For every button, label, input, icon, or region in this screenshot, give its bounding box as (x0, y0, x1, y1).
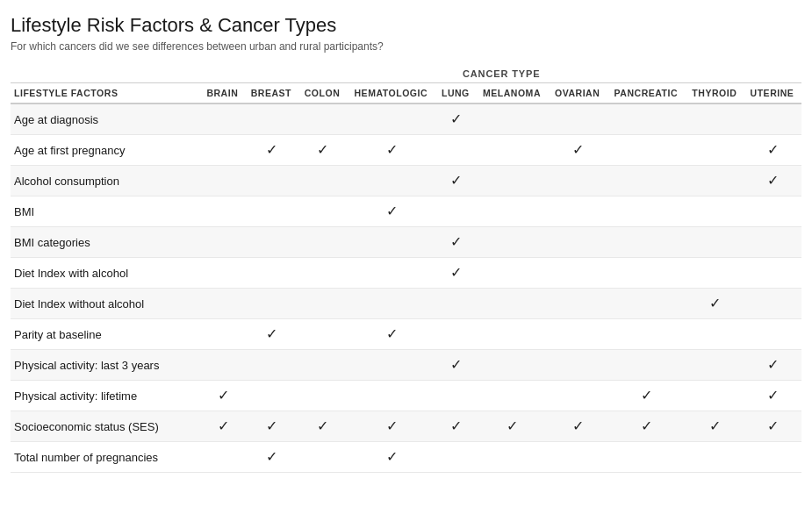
page-subtitle: For which cancers did we see differences… (11, 40, 801, 53)
check-cell (607, 289, 686, 319)
check-icon: ✓ (266, 449, 277, 464)
check-cell (299, 196, 348, 227)
check-icon: ✓ (767, 418, 779, 433)
check-cell (299, 381, 348, 411)
check-cell: ✓ (347, 411, 436, 442)
check-cell (299, 442, 348, 473)
check-cell (347, 289, 436, 319)
table-row: Age at first pregnancy✓✓✓✓✓ (11, 135, 801, 166)
uterine-col-header: UTERINE (744, 83, 801, 104)
check-cell (549, 319, 607, 350)
check-cell (436, 289, 477, 319)
table-row: Total number of pregnancies✓✓ (11, 442, 801, 473)
check-cell (477, 381, 550, 411)
check-cell (299, 227, 348, 258)
check-cell (347, 381, 436, 411)
check-icon: ✓ (450, 418, 462, 433)
factor-col-header: LIFESTYLE FACTORS (11, 83, 201, 104)
check-cell (245, 350, 298, 381)
check-cell: ✓ (436, 166, 477, 196)
factor-name-cell: Diet Index without alcohol (11, 289, 201, 319)
check-cell (201, 442, 245, 473)
check-cell: ✓ (347, 442, 436, 473)
check-cell: ✓ (201, 381, 245, 411)
breast-col-header: BREAST (245, 83, 298, 104)
check-cell: ✓ (744, 350, 801, 381)
check-cell (477, 442, 550, 473)
factor-name-cell: Socioeconomic status (SES) (11, 411, 201, 442)
table-row: Parity at baseline✓✓ (11, 319, 801, 350)
check-cell (549, 166, 607, 196)
check-cell (201, 289, 245, 319)
check-cell (686, 196, 744, 227)
factor-name-cell: Age at first pregnancy (11, 135, 201, 166)
check-icon: ✓ (767, 388, 779, 403)
check-cell: ✓ (549, 135, 607, 166)
check-cell (477, 196, 550, 227)
brain-col-header: BRAIN (201, 83, 245, 104)
check-cell (436, 196, 477, 227)
check-cell: ✓ (477, 411, 550, 442)
pancreatic-col-header: PANCREATIC (607, 83, 686, 104)
check-cell (201, 135, 245, 166)
check-cell (549, 381, 607, 411)
check-cell (549, 227, 607, 258)
check-cell (436, 381, 477, 411)
factor-name-cell: Diet Index with alcohol (11, 258, 201, 289)
check-cell (299, 350, 348, 381)
check-icon: ✓ (266, 326, 277, 341)
check-icon: ✓ (641, 418, 652, 433)
check-cell (245, 196, 298, 227)
check-cell (686, 104, 744, 135)
check-cell (201, 258, 245, 289)
check-icon: ✓ (641, 388, 652, 403)
check-cell (686, 319, 744, 350)
check-cell (347, 350, 436, 381)
check-icon: ✓ (386, 204, 398, 218)
check-cell (299, 166, 348, 196)
table-row: BMI✓ (11, 196, 801, 227)
check-cell (201, 319, 245, 350)
check-cell: ✓ (607, 411, 686, 442)
lung-col-header: LUNG (436, 83, 477, 104)
check-cell (686, 227, 744, 258)
check-cell: ✓ (436, 227, 477, 258)
check-cell: ✓ (744, 135, 801, 166)
check-cell (607, 104, 686, 135)
check-cell (347, 258, 436, 289)
check-cell (549, 289, 607, 319)
check-cell (744, 196, 801, 227)
check-icon: ✓ (386, 142, 398, 157)
check-cell: ✓ (245, 411, 298, 442)
table-row: Diet Index with alcohol✓ (11, 258, 801, 289)
factor-name-cell: Age at diagnosis (11, 104, 201, 135)
check-cell (686, 166, 744, 196)
check-icon: ✓ (767, 357, 779, 372)
melanoma-col-header: MELANOMA (477, 83, 550, 104)
check-cell (607, 135, 686, 166)
check-cell: ✓ (347, 319, 436, 350)
main-table: CANCER TYPE LIFESTYLE FACTORS BRAIN BREA… (11, 63, 801, 473)
check-cell (299, 104, 348, 135)
check-cell (245, 258, 298, 289)
check-icon: ✓ (507, 418, 518, 433)
check-cell (686, 381, 744, 411)
check-cell: ✓ (201, 411, 245, 442)
check-cell: ✓ (436, 104, 477, 135)
table-row: Physical activity: lifetime✓✓✓ (11, 381, 801, 411)
check-cell: ✓ (347, 196, 436, 227)
check-cell: ✓ (245, 135, 298, 166)
check-cell (607, 442, 686, 473)
check-icon: ✓ (450, 234, 462, 249)
check-cell: ✓ (744, 411, 801, 442)
check-cell (201, 227, 245, 258)
empty-header (11, 63, 201, 83)
check-icon: ✓ (218, 418, 229, 433)
check-cell (201, 350, 245, 381)
check-cell (549, 258, 607, 289)
ovarian-col-header: OVARIAN (549, 83, 607, 104)
check-cell (686, 350, 744, 381)
check-icon: ✓ (266, 142, 277, 157)
cancer-type-group-header: CANCER TYPE (201, 63, 801, 83)
check-cell (347, 166, 436, 196)
